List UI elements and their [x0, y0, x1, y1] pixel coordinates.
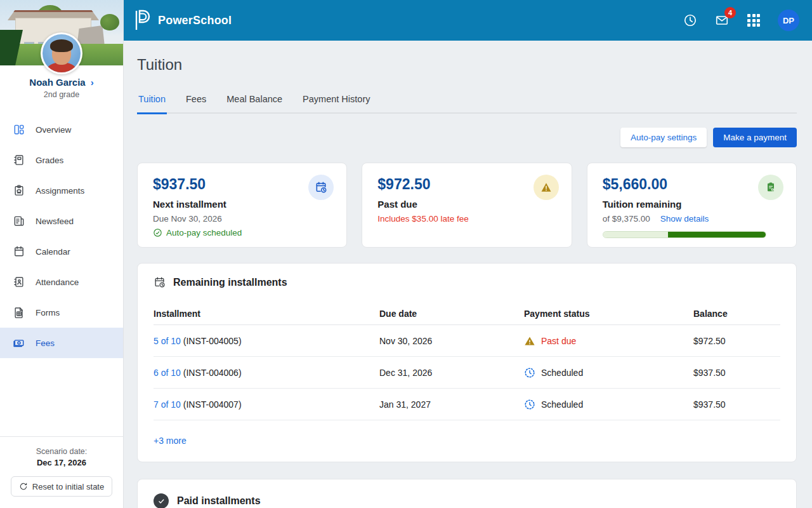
tab-bar: Tuition Fees Meal Balance Payment Histor…	[137, 94, 797, 114]
tab-payment-history[interactable]: Payment History	[301, 94, 371, 114]
unread-badge: 4	[724, 7, 736, 18]
warning-badge	[534, 175, 559, 200]
col-payment-status: Payment status	[524, 309, 693, 319]
chevron-right-icon[interactable]: ›	[91, 77, 94, 88]
student-grade: 2nd grade	[9, 90, 114, 99]
autopay-status: Auto-pay scheduled	[153, 228, 331, 237]
due-date-cell: Jan 31, 2027	[379, 399, 524, 410]
status-label: Scheduled	[541, 399, 583, 410]
table-row: 5 of 10 (INST-004005) Nov 30, 2026 Past …	[154, 325, 780, 357]
student-avatar[interactable]	[41, 32, 82, 74]
past-due-label: Past due	[377, 199, 556, 210]
sidebar-item-label: Newsfeed	[36, 217, 74, 226]
clock-button[interactable]	[683, 13, 698, 28]
user-avatar[interactable]: DP	[778, 10, 799, 31]
sidebar-item-grades[interactable]: Grades	[0, 145, 123, 175]
check-circle-icon	[153, 228, 162, 237]
sidebar-item-assignments[interactable]: Assignments	[0, 175, 123, 206]
tab-meal-balance[interactable]: Meal Balance	[225, 94, 284, 114]
calendar-icon	[13, 245, 25, 258]
newsfeed-icon	[13, 215, 25, 227]
paid-installments-title: Paid installments	[154, 493, 780, 508]
powerschool-logo-icon	[133, 10, 152, 31]
sidebar-nav: Overview Grades Assignments Newsfeed	[0, 114, 123, 358]
due-date-cell: Nov 30, 2026	[379, 336, 524, 346]
status-label: Scheduled	[541, 368, 583, 378]
tuition-remaining-amount: $5,660.00	[603, 176, 781, 193]
installment-link[interactable]: 7 of 10	[154, 399, 181, 410]
remaining-installments-title: Remaining installments	[154, 276, 780, 288]
clock-icon	[683, 13, 697, 27]
paid-installments-heading: Paid installments	[177, 495, 261, 507]
warning-icon	[524, 336, 535, 346]
scenario-date-value: Dec 17, 2026	[8, 458, 115, 467]
make-payment-button[interactable]: Make a payment	[713, 128, 797, 147]
main-content: Tuition Tuition Fees Meal Balance Paymen…	[124, 41, 812, 508]
reset-button[interactable]: Reset to initial state	[11, 476, 112, 497]
show-details-link[interactable]: Show details	[660, 214, 709, 224]
student-photo-hair	[50, 39, 73, 52]
calendar-clock-badge	[308, 175, 334, 200]
scenario-date-label: Scenario date:	[8, 447, 115, 456]
tree-decoration	[100, 14, 119, 30]
status-cell: Scheduled	[524, 399, 693, 410]
scheduled-clock-icon	[524, 367, 535, 378]
apps-button[interactable]	[746, 13, 761, 28]
assignments-icon	[13, 184, 25, 197]
next-installment-amount: $937.50	[153, 176, 331, 193]
table-row: 6 of 10 (INST-004006) Dec 31, 2026 Sched…	[154, 357, 780, 389]
apps-grid-icon	[747, 14, 760, 27]
messages-button[interactable]: 4	[714, 13, 730, 28]
calendar-clock-icon	[154, 276, 166, 288]
col-installment: Installment	[154, 309, 379, 319]
overview-icon	[13, 123, 25, 136]
sidebar-item-label: Fees	[36, 338, 55, 348]
tuition-badge	[758, 175, 783, 200]
past-due-amount: $972.50	[377, 176, 556, 193]
tuition-total: of $9,375.00	[603, 214, 650, 224]
page-title: Tuition	[137, 56, 797, 74]
status-label: Past due	[541, 336, 576, 346]
sidebar-item-label: Overview	[36, 125, 71, 135]
table-header-row: Installment Due date Payment status Bala…	[154, 302, 780, 325]
remaining-installments-card: Remaining installments Installment Due d…	[137, 263, 797, 462]
sidebar-item-label: Calendar	[36, 247, 70, 257]
tuition-remaining-label: Tuition remaining	[603, 199, 781, 210]
show-more-link[interactable]: +3 more	[154, 436, 187, 446]
sidebar-item-label: Attendance	[36, 277, 79, 287]
col-balance: Balance	[693, 309, 780, 319]
tuition-progress-paid	[603, 232, 668, 237]
tab-tuition[interactable]: Tuition	[137, 94, 167, 114]
receipt-dollar-icon	[764, 181, 777, 194]
tuition-progress-bar	[603, 231, 766, 238]
sidebar-item-label: Assignments	[36, 186, 84, 196]
brand[interactable]: PowerSchool	[133, 10, 232, 31]
sidebar-item-forms[interactable]: Forms	[0, 297, 123, 328]
top-app-bar: PowerSchool 4	[124, 0, 812, 41]
balance-cell: $937.50	[693, 399, 780, 410]
balance-cell: $972.50	[693, 336, 780, 346]
check-icon	[157, 497, 166, 505]
installment-link[interactable]: 5 of 10	[154, 336, 181, 346]
sidebar-item-calendar[interactable]: Calendar	[0, 236, 123, 267]
tuition-remaining-card: $5,660.00 Tuition remaining of $9,375.00…	[587, 163, 797, 248]
status-cell: Past due	[524, 336, 693, 346]
past-due-card: $972.50 Past due Includes $35.00 late fe…	[362, 163, 572, 248]
scheduled-clock-icon	[524, 399, 535, 410]
tab-fees[interactable]: Fees	[185, 94, 207, 114]
summary-cards: $937.50 Next installment Due Nov 30, 202…	[137, 163, 797, 248]
sidebar-item-attendance[interactable]: Attendance	[0, 267, 123, 297]
balance-cell: $937.50	[693, 368, 780, 378]
paid-check-badge	[154, 493, 169, 508]
sidebar-item-newsfeed[interactable]: Newsfeed	[0, 206, 123, 236]
actions-row: Auto-pay settings Make a payment	[137, 128, 797, 147]
sidebar-item-label: Forms	[36, 308, 60, 318]
sidebar: Noah Garcia › 2nd grade Overview Grades	[0, 0, 124, 508]
sidebar-item-fees[interactable]: Fees	[0, 328, 123, 358]
sidebar-item-overview[interactable]: Overview	[0, 114, 123, 145]
autopay-settings-button[interactable]: Auto-pay settings	[620, 128, 707, 147]
table-row: 7 of 10 (INST-004007) Jan 31, 2027 Sched…	[154, 389, 780, 420]
installment-code: (INST-004005)	[183, 336, 242, 346]
installment-link[interactable]: 6 of 10	[154, 368, 181, 378]
installment-code: (INST-004006)	[183, 368, 242, 378]
